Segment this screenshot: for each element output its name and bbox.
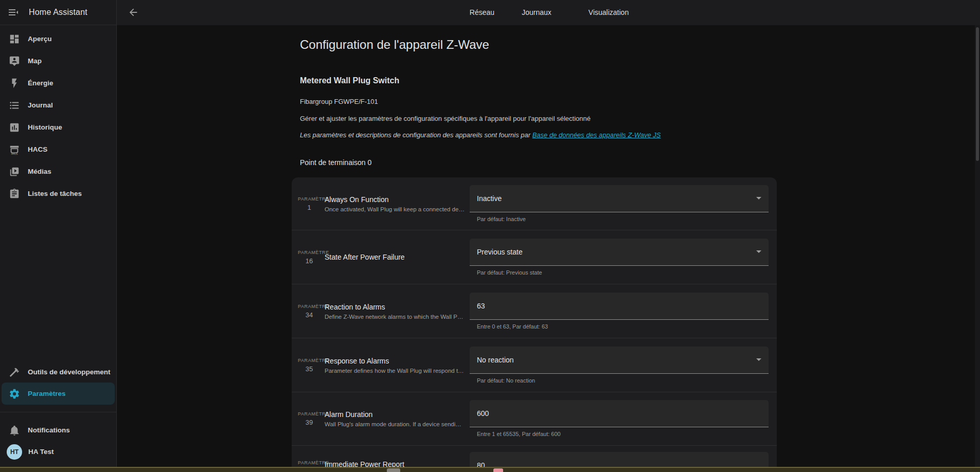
hacs-icon: HACS — [9, 144, 20, 155]
parameter-helper: Par défaut: Inactive — [470, 216, 769, 223]
band-pill-gray — [387, 468, 400, 472]
page-description: Gérer et ajuster les paramètres de confi… — [300, 115, 591, 122]
parameter-title: Response to Alarms — [325, 357, 465, 365]
parameter-description: Once activated, Wall Plug will keep a co… — [325, 206, 465, 212]
parameter-number: 39 — [298, 419, 320, 426]
parameter-title: Always On Function — [325, 195, 465, 204]
list-icon — [9, 100, 20, 111]
parameter-tag: PARAMÈTRE — [298, 304, 320, 309]
parameter-number: 35 — [298, 365, 320, 373]
parameter-control[interactable] — [470, 293, 769, 320]
parameters-card: PARAMÈTRE 1 Always On Function Once acti… — [292, 177, 777, 472]
bottom-window-edge — [0, 467, 980, 472]
sidebar-item-energie[interactable]: Énergie — [2, 72, 115, 94]
endpoint-heading: Point de terminaison 0 — [300, 158, 371, 167]
sidebar-divider — [0, 412, 116, 412]
parameter-select[interactable]: Previous state — [470, 239, 769, 266]
sidebar-item-medias[interactable]: Médias — [2, 160, 115, 183]
scrollbar-thumb[interactable] — [976, 27, 979, 161]
map-account-icon — [9, 56, 20, 67]
sidebar-nav: Aperçu Map Énergie Journal Historique HA… — [0, 28, 116, 205]
back-arrow-icon[interactable] — [128, 7, 139, 18]
zwave-db-link[interactable]: Base de données des appareils Z-Wave JS — [532, 131, 661, 139]
app-title: Home Assistant — [29, 8, 87, 17]
parameter-input[interactable] — [477, 302, 761, 310]
parameter-value: Inactive — [477, 194, 502, 203]
parameter-title: Reaction to Alarms — [325, 303, 465, 311]
parameter-row: PARAMÈTRE 34 Reaction to Alarms Define Z… — [292, 284, 777, 338]
parameter-helper: Par défaut: No reaction — [470, 377, 769, 384]
app-window: Home Assistant Aperçu Map Énergie Journa… — [0, 0, 980, 472]
sidebar-item-hacs[interactable]: HACS HACS — [2, 138, 115, 160]
parameter-helper: Entre 1 et 65535, Par défaut: 600 — [470, 431, 769, 438]
parameter-select[interactable]: Inactive — [470, 185, 769, 212]
parameter-tag: PARAMÈTRE — [298, 358, 320, 363]
parameter-input[interactable] — [477, 409, 761, 417]
sidebar-item-historique[interactable]: Historique — [2, 116, 115, 138]
sidebar-item-apercu[interactable]: Aperçu — [2, 28, 115, 50]
parameter-helper: Par défaut: Previous state — [470, 269, 769, 276]
parameter-control[interactable] — [470, 400, 769, 427]
parameter-number: 16 — [298, 257, 320, 265]
media-icon — [9, 166, 20, 177]
page-title: Configuration de l'appareil Z-Wave — [300, 38, 489, 52]
tab-reseau[interactable]: Réseau — [470, 0, 494, 25]
device-model: Fibargroup FGWPE/F-101 — [300, 98, 378, 105]
parameter-row: PARAMÈTRE 16 State After Power Failure P… — [292, 230, 777, 284]
menu-open-icon[interactable] — [7, 6, 20, 19]
parameter-description: Wall Plug's alarm mode duration. If a de… — [325, 421, 465, 427]
sidebar-item-parametres[interactable]: Paramètres — [2, 383, 115, 405]
parameter-row: PARAMÈTRE 1 Always On Function Once acti… — [292, 177, 777, 230]
sidebar-item-outils-de-developpement[interactable]: Outils de développement — [2, 361, 115, 383]
sidebar: Home Assistant Aperçu Map Énergie Journa… — [0, 0, 117, 472]
gear-icon — [9, 388, 20, 400]
parameter-value: No reaction — [477, 356, 514, 364]
lightning-icon — [9, 78, 20, 89]
sidebar-item-notifications[interactable]: Notifications — [2, 419, 115, 441]
band-pill-pink — [493, 468, 503, 472]
sidebar-header: Home Assistant — [0, 0, 116, 25]
parameter-row: PARAMÈTRE 39 Alarm Duration Wall Plug's … — [292, 392, 777, 445]
parameter-tag: PARAMÈTRE — [298, 460, 320, 465]
scrollbar — [975, 25, 980, 467]
parameter-tag: PARAMÈTRE — [298, 411, 320, 416]
hammer-icon — [9, 367, 20, 378]
bell-icon — [9, 425, 20, 436]
parameter-number: 1 — [298, 204, 320, 211]
chevron-down-icon — [756, 250, 761, 253]
avatar: HT — [7, 444, 22, 460]
sidebar-item-map[interactable]: Map — [2, 50, 115, 72]
tab-journaux[interactable]: Journaux — [522, 0, 551, 25]
topbar: RéseauJournauxVisualization — [117, 0, 980, 25]
sidebar-item-user-profile[interactable]: HT HA Test — [2, 441, 115, 463]
chart-icon — [9, 122, 20, 133]
parameter-description: Parameter defines how the Wall Plug will… — [325, 368, 465, 374]
note-text: Les paramètres et descriptions de config… — [300, 131, 532, 139]
tab-visualization[interactable]: Visualization — [589, 0, 629, 25]
parameter-row: PARAMÈTRE 35 Response to Alarms Paramete… — [292, 338, 777, 392]
chevron-down-icon — [756, 358, 761, 361]
dashboard-icon — [9, 33, 20, 45]
parameter-tag: PARAMÈTRE — [298, 196, 320, 202]
sidebar-item-journal[interactable]: Journal — [2, 94, 115, 116]
user-name: HA Test — [28, 448, 54, 456]
main-content: Configuration de l'appareil Z-Wave Meter… — [117, 25, 980, 472]
svg-text:HACS: HACS — [11, 153, 18, 155]
device-name: Metered Wall Plug Switch — [300, 76, 399, 85]
parameter-select[interactable]: No reaction — [470, 347, 769, 374]
parameter-title: State After Power Failure — [325, 253, 465, 261]
parameter-helper: Entre 0 et 63, Par défaut: 63 — [470, 323, 769, 330]
parameter-tag: PARAMÈTRE — [298, 250, 320, 255]
clipboard-icon — [9, 188, 20, 199]
sidebar-item-listes-de-taches[interactable]: Listes de tâches — [2, 183, 115, 205]
parameter-title: Alarm Duration — [325, 410, 465, 419]
parameter-number: 34 — [298, 311, 320, 319]
parameter-description: Define Z-Wave network alarms to which th… — [325, 314, 465, 320]
chevron-down-icon — [756, 197, 761, 199]
parameter-value: Previous state — [477, 248, 523, 256]
page-note: Les paramètres et descriptions de config… — [300, 131, 661, 139]
